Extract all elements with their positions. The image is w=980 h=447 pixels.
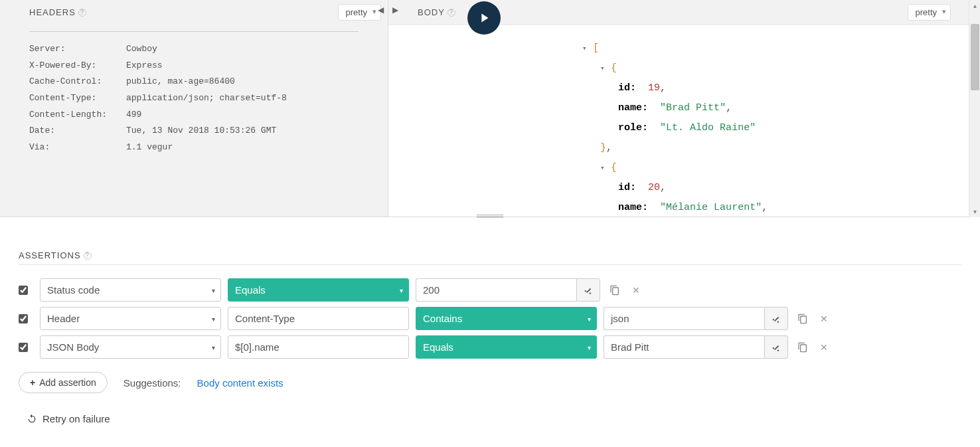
assertion-source-select[interactable]: JSON Body	[40, 335, 221, 359]
assertion-comparison-select[interactable]: Equals	[416, 335, 597, 359]
assertions-title-text: ASSERTIONS	[19, 250, 81, 260]
header-key: X-Powered-By:	[29, 58, 126, 74]
resize-handle[interactable]	[477, 215, 503, 219]
add-assertion-row: + Add assertion Suggestions: Body conten…	[19, 372, 961, 393]
assertion-target-input[interactable]: json	[604, 307, 764, 330]
header-value: application/json; charset=utf-8	[126, 90, 287, 107]
json-role: Lt. Aldo Raine	[666, 122, 750, 134]
caret-icon[interactable]: ▾	[600, 61, 608, 76]
header-key: Server:	[29, 41, 126, 58]
json-name: Brad Pitt	[666, 102, 720, 114]
header-value: 1.1 vegur	[126, 139, 173, 156]
scrollbar[interactable]: ▴ ▾	[969, 0, 980, 217]
wand-button[interactable]	[576, 278, 600, 302]
add-assertion-label: Add assertion	[39, 377, 96, 388]
header-value: Tue, 13 Nov 2018 10:53:26 GMT	[126, 123, 276, 139]
body-title: BODY ?	[418, 7, 455, 17]
response-panels: HEADERS ? pretty ◀ Server:Cowboy X-Power…	[0, 0, 980, 217]
assertion-enabled-checkbox[interactable]	[19, 314, 28, 323]
json-line: ▾{	[415, 158, 953, 178]
header-row: Content-Length:499	[29, 107, 359, 124]
headers-title: HEADERS ?	[29, 7, 86, 17]
caret-icon[interactable]: ▾	[600, 161, 608, 175]
header-row: Server:Cowboy	[29, 41, 359, 58]
json-id: 19	[648, 82, 660, 94]
play-icon	[477, 11, 491, 25]
json-id: 20	[648, 182, 660, 193]
remove-button[interactable]: ✕	[817, 311, 831, 327]
body-title-text: BODY	[418, 7, 445, 17]
header-key: Date:	[29, 123, 126, 139]
assertion-target-input[interactable]: 200	[416, 278, 576, 302]
assertion-comparison-select[interactable]: Equals	[228, 278, 409, 302]
assertion-comparison-select[interactable]: Contains	[416, 307, 597, 330]
suggestion-link[interactable]: Body content exists	[197, 377, 284, 389]
suggestions-label: Suggestions:	[123, 377, 181, 389]
headers-panel: HEADERS ? pretty ◀ Server:Cowboy X-Power…	[0, 0, 388, 217]
remove-button[interactable]: ✕	[629, 282, 643, 298]
json-line: },	[415, 138, 953, 158]
plus-icon: +	[30, 377, 35, 388]
add-assertion-button[interactable]: + Add assertion	[19, 372, 108, 393]
header-row: Content-Type:application/json; charset=u…	[29, 90, 359, 107]
help-icon[interactable]: ?	[84, 252, 92, 260]
assertions-divider	[19, 264, 961, 265]
assertion-source-select[interactable]: Header	[40, 307, 221, 330]
json-line: role: "Lt. Aldo Raine"	[415, 118, 953, 138]
header-value: Express	[126, 58, 163, 74]
header-row: Via:1.1 vegur	[29, 139, 359, 156]
retry-icon	[27, 414, 37, 424]
json-viewer: ▾[ ▾{ id: 19, name: "Brad Pitt", role: "	[388, 25, 980, 217]
copy-icon	[797, 313, 808, 324]
header-key: Content-Type:	[29, 90, 126, 107]
json-line: id: 19,	[415, 78, 953, 98]
header-key: Via:	[29, 139, 126, 156]
json-line: ▾[	[415, 39, 953, 58]
assertion-row: JSON Body $[0].name Equals Brad Pitt ✕	[19, 335, 961, 359]
headers-title-text: HEADERS	[29, 7, 76, 17]
assertion-property-input[interactable]: $[0].name	[228, 335, 409, 359]
json-line: id: 20,	[415, 178, 953, 198]
wand-button[interactable]	[764, 307, 788, 330]
copy-icon	[797, 342, 808, 353]
assertions-title: ASSERTIONS ?	[19, 250, 961, 260]
wand-icon	[772, 314, 781, 323]
assertion-target-input[interactable]: Brad Pitt	[604, 335, 764, 359]
headers-list: Server:Cowboy X-Powered-By:Express Cache…	[0, 25, 388, 169]
header-value: Cowboy	[126, 41, 157, 58]
help-icon[interactable]: ?	[448, 9, 455, 17]
header-key: Content-Length:	[29, 107, 126, 124]
caret-icon[interactable]: ▾	[582, 41, 590, 56]
wand-icon	[772, 343, 781, 352]
assertion-property-input[interactable]: Content-Type	[228, 307, 409, 330]
wand-button[interactable]	[764, 335, 788, 359]
assertions-section: ASSERTIONS ? Status code Equals 200 ✕ He…	[0, 217, 980, 438]
headers-panel-header: HEADERS ? pretty	[0, 0, 388, 25]
retry-on-failure-row[interactable]: Retry on failure	[27, 413, 961, 424]
json-line: name: "Mélanie Laurent",	[415, 198, 953, 217]
retry-label: Retry on failure	[42, 413, 110, 424]
header-value: 499	[126, 107, 141, 124]
help-icon[interactable]: ?	[78, 9, 86, 17]
copy-button[interactable]	[607, 282, 623, 298]
wand-icon	[584, 286, 593, 295]
remove-button[interactable]: ✕	[817, 339, 831, 355]
header-key: Cache-Control:	[29, 74, 126, 90]
headers-format-select[interactable]: pretty	[338, 4, 381, 21]
collapse-right-icon[interactable]: ▶	[392, 5, 398, 15]
body-format-select[interactable]: pretty	[908, 4, 951, 21]
copy-button[interactable]	[795, 339, 811, 355]
header-row: X-Powered-By:Express	[29, 58, 359, 74]
assertion-enabled-checkbox[interactable]	[19, 343, 28, 352]
scroll-up-icon[interactable]: ▴	[969, 0, 980, 11]
scroll-down-icon[interactable]: ▾	[969, 206, 980, 217]
json-line: ▾{	[415, 58, 953, 78]
headers-divider	[29, 31, 359, 32]
assertion-enabled-checkbox[interactable]	[19, 286, 28, 295]
play-button[interactable]	[467, 1, 501, 35]
scroll-thumb[interactable]	[971, 24, 979, 90]
collapse-left-icon[interactable]: ◀	[378, 5, 384, 15]
header-row: Cache-Control:public, max-age=86400	[29, 74, 359, 90]
assertion-source-select[interactable]: Status code	[40, 278, 221, 302]
copy-button[interactable]	[795, 311, 811, 327]
